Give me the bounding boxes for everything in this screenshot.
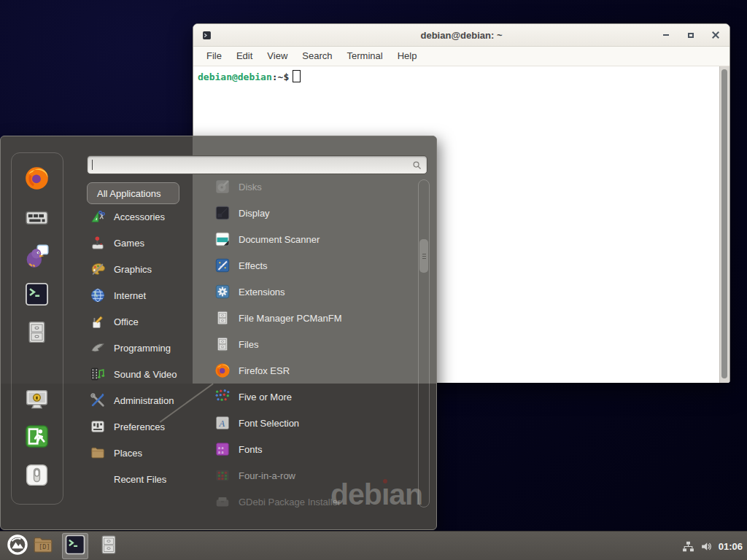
- effects-icon: [214, 257, 231, 273]
- app-display[interactable]: Display: [214, 200, 417, 226]
- app-four-in-a-row[interactable]: Four-in-a-row: [214, 462, 417, 489]
- gdebi-icon: [214, 494, 231, 510]
- favorite-file-manager[interactable]: [24, 205, 50, 230]
- network-icon[interactable]: [682, 540, 694, 553]
- category-office[interactable]: Office: [90, 308, 212, 335]
- category-label: Graphics: [114, 264, 152, 275]
- app-document-scanner[interactable]: Document Scanner: [214, 226, 417, 252]
- category-label: Games: [114, 238, 144, 249]
- category-preferences[interactable]: Preferences: [90, 413, 212, 440]
- app-label: Display: [239, 208, 270, 219]
- menulogo-icon: [7, 534, 28, 559]
- category-places[interactable]: Places: [90, 440, 212, 466]
- prompt-user-host: debian@debian: [198, 71, 272, 82]
- menu-scrollbar-thumb[interactable]: [419, 239, 428, 273]
- app-five-or-more[interactable]: Five or More: [214, 384, 417, 410]
- app-font-selection[interactable]: AFont Selection: [214, 410, 417, 436]
- office-icon: [90, 314, 106, 330]
- app-files[interactable]: Files: [214, 331, 417, 357]
- app-label: Fonts: [239, 444, 263, 455]
- category-recent-files[interactable]: Recent Files: [90, 466, 212, 492]
- category-graphics[interactable]: Graphics: [90, 256, 212, 282]
- fourinarow-icon: [214, 467, 231, 483]
- category-accessories[interactable]: Accessories: [90, 203, 212, 230]
- session-lock-screen[interactable]: [24, 386, 50, 412]
- close-button[interactable]: [708, 27, 724, 43]
- category-sound-video[interactable]: Sound & Video: [90, 361, 212, 387]
- filecabinet-icon: [214, 336, 231, 352]
- category-label: Places: [114, 448, 142, 459]
- category-label: Programming: [114, 343, 171, 354]
- terminal-prompt: debian@debian:~$: [193, 66, 729, 86]
- terminal-menu-terminal[interactable]: Terminal: [340, 47, 390, 66]
- app-disks[interactable]: Disks: [214, 174, 417, 200]
- taskbar-clock[interactable]: 01:06: [719, 541, 743, 552]
- soundvideo-icon: [90, 366, 106, 382]
- terminal-icon: [64, 534, 86, 559]
- category-games[interactable]: Games: [90, 230, 212, 256]
- file-manager-launcher[interactable]: [D]: [30, 533, 56, 559]
- session-shut-down[interactable]: [24, 462, 50, 488]
- all-applications-label: All Applications: [97, 188, 160, 199]
- application-list: DisksDisplayDocument ScannerEffectsExten…: [214, 174, 417, 515]
- desktop: debian@debian: ~ FileEditViewSearchTermi…: [0, 0, 747, 560]
- menu-button[interactable]: [4, 533, 31, 559]
- category-programming[interactable]: Programming: [90, 335, 212, 361]
- terminal-menu-view[interactable]: View: [260, 47, 295, 66]
- menu-search-input[interactable]: [87, 155, 427, 174]
- extensions-icon: [214, 284, 231, 300]
- disks-icon: [214, 179, 231, 195]
- terminal-menu-file[interactable]: File: [199, 47, 229, 66]
- app-label: Extensions: [239, 287, 285, 298]
- menu-scrollbar[interactable]: [418, 179, 430, 508]
- preferences-icon: [90, 419, 106, 435]
- window-title: debian@debian: ~: [193, 30, 729, 41]
- app-gdebi-package-installer[interactable]: GDebi Package Installer: [214, 489, 417, 515]
- maximize-button[interactable]: [683, 27, 699, 43]
- filecabinet-icon: [98, 534, 120, 559]
- favorite-files[interactable]: [24, 319, 50, 345]
- volume-icon[interactable]: [700, 540, 713, 553]
- category-label: Sound & Video: [114, 369, 177, 380]
- app-fonts[interactable]: a aa aFonts: [214, 436, 417, 462]
- files-launcher[interactable]: [96, 533, 122, 559]
- favorite-pidgin[interactable]: [24, 244, 50, 269]
- scanner-icon: [214, 231, 231, 247]
- app-label: Font Selection: [239, 418, 299, 429]
- minimize-icon: [663, 34, 669, 36]
- filecabinet-icon: [214, 310, 231, 326]
- firefox-icon: [214, 362, 231, 378]
- category-internet[interactable]: Internet: [90, 282, 212, 308]
- lock-screen-icon: [24, 402, 50, 414]
- app-label: Four-in-a-row: [239, 470, 295, 481]
- category-list: AccessoriesGamesGraphicsInternetOfficePr…: [90, 203, 212, 492]
- app-file-manager-pcmanfm[interactable]: File Manager PCManFM: [214, 305, 417, 331]
- terminal-menu-search[interactable]: Search: [295, 47, 339, 66]
- session-log-out[interactable]: [24, 424, 50, 449]
- app-firefox-esr[interactable]: Firefox ESR: [214, 357, 417, 384]
- app-label: Firefox ESR: [239, 365, 290, 376]
- terminal-scrollbar[interactable]: [719, 66, 729, 383]
- category-label: Internet: [114, 290, 146, 301]
- app-label: Five or More: [239, 392, 292, 402]
- svg-text:A: A: [218, 419, 225, 429]
- terminal-menu-edit[interactable]: Edit: [229, 47, 260, 66]
- app-label: File Manager PCManFM: [239, 313, 342, 324]
- favorite-firefox[interactable]: [24, 166, 50, 191]
- search-icon: [411, 160, 422, 171]
- internet-icon: [90, 287, 106, 303]
- application-menu: debıan All Applications AccessoriesGames…: [0, 136, 437, 530]
- app-extensions[interactable]: Extensions: [214, 279, 417, 305]
- terminal-menu-help[interactable]: Help: [390, 47, 425, 66]
- minimize-button[interactable]: [658, 27, 674, 43]
- terminal-scrollbar-thumb[interactable]: [721, 69, 727, 378]
- terminal-launcher[interactable]: [62, 533, 88, 559]
- category-administration[interactable]: Administration: [90, 387, 212, 413]
- all-applications-button[interactable]: All Applications: [87, 182, 179, 204]
- app-effects[interactable]: Effects: [214, 252, 417, 279]
- favorite-terminal[interactable]: [24, 281, 50, 307]
- category-label: Administration: [114, 395, 174, 406]
- files-icon: [24, 335, 50, 347]
- terminal-titlebar[interactable]: debian@debian: ~: [193, 24, 729, 47]
- terminal-icon: [24, 297, 50, 309]
